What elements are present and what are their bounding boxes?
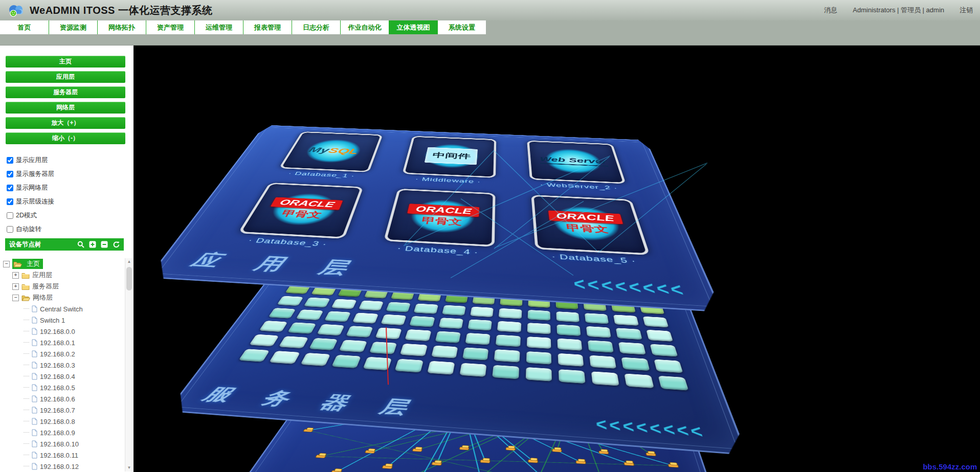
side-button-网络层[interactable]: 网络层 (6, 102, 125, 114)
tree-leaf-192.168.0.10[interactable]: 192.168.0.10 (0, 438, 125, 449)
scrollbar-up-arrow[interactable]: ▲ (125, 258, 133, 265)
checkbox-input[interactable] (7, 171, 13, 177)
app-tile-Database_5[interactable]: ORACLE甲骨文Database_5 (531, 195, 650, 255)
checkbox-input[interactable] (7, 212, 13, 219)
network-node[interactable] (598, 449, 608, 454)
network-node[interactable] (623, 460, 634, 465)
network-node[interactable] (576, 459, 586, 464)
tree-expand-toggle[interactable]: + (12, 272, 19, 279)
tree-leaf-192.168.0.4[interactable]: 192.168.0.4 (0, 371, 125, 382)
server-cell (559, 369, 586, 384)
network-node[interactable] (432, 460, 442, 465)
side-button-缩小（-）[interactable]: 缩小（-） (6, 132, 125, 144)
network-node[interactable] (412, 447, 423, 452)
tree-item-应用层[interactable]: +应用层 (0, 269, 125, 281)
folder-icon (21, 295, 30, 301)
network-node[interactable] (316, 453, 327, 458)
tree-expand-toggle[interactable]: − (3, 261, 10, 267)
server-cell (268, 308, 296, 319)
viewport-3d[interactable]: MySQLDatabase_1中间件MiddlewareWeb ServerWe… (133, 46, 980, 472)
tab-系统设置[interactable]: 系统设置 (437, 20, 486, 34)
checkbox-row-显示网络层[interactable]: 显示网络层 (7, 183, 133, 193)
server-cell (527, 310, 550, 321)
tree-leaf-192.168.0.1[interactable]: 192.168.0.1 (0, 337, 125, 348)
search-icon[interactable] (77, 241, 84, 248)
network-node[interactable] (382, 463, 393, 469)
app-tile-Database_4[interactable]: ORACLE甲骨文Database_4 (384, 189, 495, 247)
webserver-logo: Web Server (540, 155, 608, 167)
tab-日志分析[interactable]: 日志分析 (292, 20, 340, 34)
checkbox-row-显示层级连接[interactable]: 显示层级连接 (7, 197, 133, 207)
watermark: bbs.594zz.com (923, 462, 977, 471)
server-cell (589, 355, 616, 369)
minus-icon[interactable] (101, 241, 108, 248)
tree-leaf-192.168.0.3[interactable]: 192.168.0.3 (0, 359, 125, 371)
server-cell (400, 344, 428, 356)
network-node[interactable] (480, 458, 491, 463)
refresh-icon[interactable] (113, 241, 120, 248)
side-button-放大（+）[interactable]: 放大（+） (6, 117, 125, 129)
tree-leaf-192.168.0.0[interactable]: 192.168.0.0 (0, 326, 125, 337)
file-icon (32, 463, 37, 470)
app-tile-Database_1[interactable]: MySQLDatabase_1 (279, 131, 383, 172)
network-node[interactable] (331, 468, 343, 472)
logout-link[interactable]: 注销 (960, 6, 973, 15)
side-button-主页[interactable]: 主页 (6, 56, 125, 68)
tree-leaf-Switch 1[interactable]: Switch 1 (0, 314, 125, 326)
tree-leaf-192.168.0.2[interactable]: 192.168.0.2 (0, 348, 125, 359)
scrollbar-down-arrow[interactable]: ▼ (125, 464, 133, 471)
checkbox-row-显示应用层[interactable]: 显示应用层 (7, 155, 133, 165)
tree-leaf-192.168.0.9[interactable]: 192.168.0.9 (0, 427, 125, 438)
messages-link[interactable]: 消息 (824, 6, 837, 15)
network-node[interactable] (667, 462, 679, 467)
device-tree-header: 设备节点树 (5, 238, 124, 251)
tree-item-网络层[interactable]: −网络层 (0, 292, 125, 303)
tab-资源监测[interactable]: 资源监测 (49, 20, 97, 34)
checkbox-input[interactable] (7, 226, 13, 233)
tree-leaf-192.168.0.11[interactable]: 192.168.0.11 (0, 449, 125, 461)
tab-网络拓扑[interactable]: 网络拓扑 (97, 20, 146, 34)
tile-label: Database_1 (277, 170, 366, 179)
app-tile-WebServer_2[interactable]: Web ServerWebServer_2 (527, 141, 626, 184)
tree-expand-toggle[interactable]: − (12, 295, 19, 301)
side-button-应用层[interactable]: 应用层 (6, 71, 125, 83)
checkbox-row-自动旋转[interactable]: 自动旋转 (7, 224, 133, 234)
checkbox-input[interactable] (7, 198, 13, 205)
server-cell (618, 342, 645, 355)
network-node[interactable] (506, 445, 516, 451)
checkbox-input[interactable] (7, 185, 13, 191)
tab-立体透视图[interactable]: 立体透视图 (389, 20, 437, 34)
server-cell (585, 313, 609, 324)
tab-资产管理[interactable]: 资产管理 (146, 20, 194, 34)
checkbox-row-2D模式[interactable]: 2D模式 (7, 211, 133, 220)
tree-leaf-192.168.0.8[interactable]: 192.168.0.8 (0, 416, 125, 427)
tab-作业自动化[interactable]: 作业自动化 (340, 20, 389, 34)
tree-leaf-192.168.0.6[interactable]: 192.168.0.6 (0, 393, 125, 404)
tree-scrollbar[interactable]: ▲ ▼ (125, 258, 133, 471)
tab-首页[interactable]: 首页 (0, 20, 49, 34)
tab-运维管理[interactable]: 运维管理 (194, 20, 243, 34)
network-node[interactable] (459, 445, 470, 451)
checkbox-label: 显示网络层 (16, 184, 48, 192)
checkbox-input[interactable] (7, 157, 13, 164)
app-tile-Database_3[interactable]: ORACLE甲骨文Database_3 (238, 183, 364, 239)
scrollbar-thumb[interactable] (126, 267, 132, 290)
network-node[interactable] (365, 448, 376, 454)
tree-item-label: 主页 (27, 259, 40, 268)
tree-item-服务器层[interactable]: +服务器层 (0, 281, 125, 292)
server-cell (616, 328, 642, 340)
oracle-logo: ORACLE甲骨文 (264, 197, 343, 221)
tab-报表管理[interactable]: 报表管理 (243, 20, 292, 34)
tree-item-home[interactable]: 主页 (12, 259, 43, 269)
tree-leaf-Central Switch[interactable]: Central Switch (0, 303, 125, 314)
tree-expand-toggle[interactable]: + (12, 283, 19, 290)
network-node[interactable] (552, 447, 562, 452)
tree-leaf-192.168.0.5[interactable]: 192.168.0.5 (0, 382, 125, 393)
app-tile-Middleware[interactable]: 中间件Middleware (403, 136, 496, 178)
tree-leaf-192.168.0.7[interactable]: 192.168.0.7 (0, 404, 125, 416)
side-button-服务器层[interactable]: 服务器层 (6, 86, 125, 98)
tile-glow: Web Server (535, 144, 616, 179)
tree-leaf-192.168.0.12[interactable]: 192.168.0.12 (0, 461, 125, 472)
checkbox-row-显示服务器层[interactable]: 显示服务器层 (7, 169, 133, 179)
plus-icon[interactable] (89, 241, 96, 248)
